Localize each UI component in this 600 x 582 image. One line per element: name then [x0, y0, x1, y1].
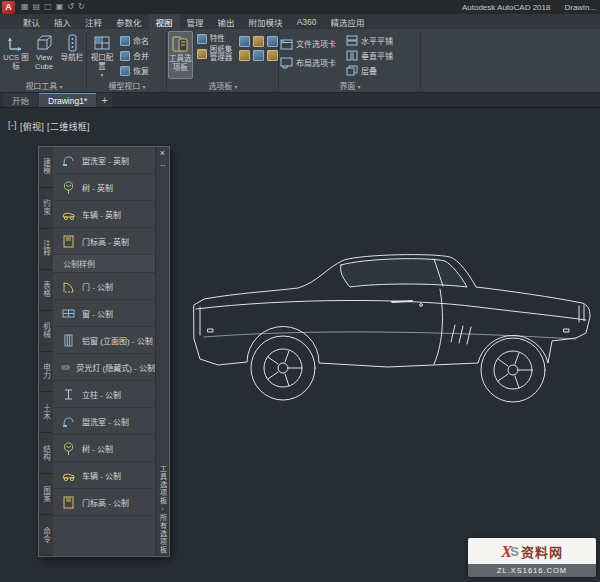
tool-palettes-button[interactable]: 工具选项板 [168, 31, 193, 79]
palette-group-tab-3[interactable]: 表格 [39, 270, 53, 311]
palette-item-label: 树 - 公制 [82, 443, 113, 454]
palette-item-9[interactable]: 立柱 - 公制 [53, 381, 155, 408]
palette-group-tab-2[interactable]: 注释 [39, 229, 53, 270]
restore-viewports-button[interactable]: 恢复 [120, 64, 149, 77]
ribbon-tab-7[interactable]: 附加模块 [242, 14, 290, 29]
new-icon[interactable]: ▤ [33, 3, 41, 11]
button-label: UCS 图标 [2, 54, 30, 71]
panel-label-palettes[interactable]: 选项板 [168, 80, 278, 91]
watermark-url: ZL.XS1616.COM [468, 564, 596, 577]
palette-item-6[interactable]: 窗 - 公制 [53, 300, 155, 327]
sheet-set-manager-button[interactable]: 图纸集管理器 [197, 46, 235, 61]
file-tabs-toggle-button[interactable]: 文件选项卡 [280, 37, 346, 50]
ribbon-tab-6[interactable]: 输出 [211, 14, 242, 29]
join-viewports-button[interactable]: 合并 [120, 49, 149, 62]
ribbon-tab-0[interactable]: 默认 [16, 14, 47, 29]
cascade-icon [346, 65, 358, 76]
viewport-view-control[interactable]: [俯视] [20, 120, 44, 133]
fluorescent-light-icon [61, 360, 70, 375]
new-drawing-tab-button[interactable]: + [97, 93, 112, 107]
viewport-visual-style-control[interactable]: [二维线框] [47, 120, 90, 133]
palette-item-label: 树 - 英制 [82, 182, 113, 193]
palette-group-tab-6[interactable]: 土木 [39, 392, 53, 433]
named-viewports-button[interactable]: 命名 [120, 34, 149, 47]
button-label: 垂直平铺 [361, 50, 393, 61]
palette-item-label: 车辆 - 公制 [82, 470, 121, 481]
sheet-set-manager-icon [197, 49, 207, 59]
ribbon-tab-9[interactable]: 精选应用 [323, 14, 371, 29]
column-icon [61, 387, 76, 402]
palette-item-8[interactable]: 荧光灯 (隐藏式) - 公制 [53, 354, 155, 381]
tile-vertically-button[interactable]: 垂直平铺 [346, 49, 410, 62]
cascade-button[interactable]: 层叠 [346, 64, 410, 77]
close-icon[interactable]: × [160, 149, 165, 158]
ribbon-tab-1[interactable]: 插入 [47, 14, 78, 29]
watermark: X S 资料网 ZL.XS1616.COM [468, 538, 596, 577]
count-icon[interactable] [253, 50, 264, 61]
palette-item-10[interactable]: 盥洗室 - 公制 [53, 408, 155, 435]
markup-icon[interactable] [239, 50, 250, 61]
ribbon-panel-palettes: 工具选项板 特性 图纸集管理器 [168, 29, 278, 92]
door-icon [61, 279, 76, 294]
palette-item-5[interactable]: 门 - 公制 [53, 273, 155, 300]
ribbon-panel-model-viewports: 视口配置 ▾ 命名 合并 恢复 [88, 29, 166, 92]
button-label: View Cube [30, 54, 58, 71]
palette-group-tab-0[interactable]: 建模 [39, 147, 53, 188]
ribbon-tab-3[interactable]: 参数化 [109, 14, 149, 29]
lights-icon[interactable] [267, 50, 278, 61]
file-tab-1[interactable]: Drawing1* [39, 93, 96, 107]
layout-tabs-toggle-button[interactable]: 布局选项卡 [280, 56, 346, 69]
viewport-config-button[interactable]: 视口配置 ▾ [88, 31, 116, 79]
design-center-icon[interactable] [253, 36, 264, 47]
ucs-icon-button[interactable]: UCS 图标 [2, 31, 30, 79]
ribbon-tab-5[interactable]: 管理 [180, 14, 211, 29]
palette-item-2[interactable]: 车辆 - 英制 [53, 201, 155, 228]
palette-item-13[interactable]: 门标高 - 公制 [53, 489, 155, 516]
file-tab-0[interactable]: 开始 [3, 93, 38, 107]
open-icon[interactable]: ▢ [44, 3, 52, 11]
window-title: Autodesk AutoCAD 2018 Drawin... [462, 0, 596, 14]
ribbon-tab-2[interactable]: 注释 [78, 14, 109, 29]
palette-item-1[interactable]: 树 - 英制 [53, 174, 155, 201]
ribbon-tab-4[interactable]: 视图 [149, 14, 180, 29]
named-viewports-icon [120, 36, 130, 46]
panel-label-text: 视口工具 [25, 82, 57, 91]
palette-group-tab-9[interactable]: 命令 [39, 515, 53, 556]
palette-item-0[interactable]: 盥洗室 - 英制 [53, 147, 155, 174]
ucs-icon [6, 33, 26, 53]
button-label: 层叠 [361, 65, 377, 76]
palette-group-tab-5[interactable]: 电力 [39, 352, 53, 393]
panel-label-viewport-tools[interactable]: 视口工具 [2, 80, 86, 91]
undo-icon[interactable]: ↺ [67, 3, 74, 11]
panel-label-interface[interactable]: 界面 [280, 80, 420, 91]
properties-palette-button[interactable]: 特性 [197, 34, 235, 44]
view-cube-button[interactable]: View Cube [30, 31, 58, 79]
auto-hide-icon[interactable]: ↔ [159, 161, 167, 169]
palette-group-tab-7[interactable]: 结构 [39, 433, 53, 474]
palette-item-3[interactable]: 门标高 - 英制 [53, 228, 155, 255]
menu-grid-icon[interactable]: ▦ [21, 3, 29, 11]
aluminum-window-icon [61, 333, 76, 348]
autocad-logo[interactable]: A [2, 1, 15, 14]
redo-icon[interactable]: ↻ [78, 3, 85, 11]
ribbon-tab-8[interactable]: A360 [290, 14, 324, 29]
palette-item-7[interactable]: 铝窗 (立面图) - 公制 [53, 327, 155, 354]
palette-group-tab-1[interactable]: 约束 [39, 188, 53, 229]
navigation-bar-button[interactable]: 导航栏 [58, 31, 86, 79]
palette-title-bar[interactable]: × ↔ 工具选项板 - 所有选项板 [155, 147, 169, 556]
visual-styles-icon[interactable] [267, 36, 278, 47]
palette-item-12[interactable]: 车辆 - 公制 [53, 462, 155, 489]
restore-viewports-icon [120, 66, 130, 76]
tile-horizontal-icon [346, 35, 358, 46]
save-icon[interactable]: ▣ [56, 3, 64, 11]
panel-separator [278, 32, 279, 89]
palette-group-tab-4[interactable]: 机械 [39, 311, 53, 352]
button-label: 布局选项卡 [296, 57, 336, 68]
panel-label-model-viewports[interactable]: 模型视口 [88, 80, 166, 91]
command-line-icon[interactable] [239, 36, 250, 47]
vehicle-icon [61, 207, 76, 222]
viewport-controls[interactable]: [-] [8, 120, 17, 133]
palette-group-tab-8[interactable]: 图案 [39, 474, 53, 515]
tile-horizontally-button[interactable]: 水平平铺 [346, 34, 410, 47]
palette-item-11[interactable]: 树 - 公制 [53, 435, 155, 462]
